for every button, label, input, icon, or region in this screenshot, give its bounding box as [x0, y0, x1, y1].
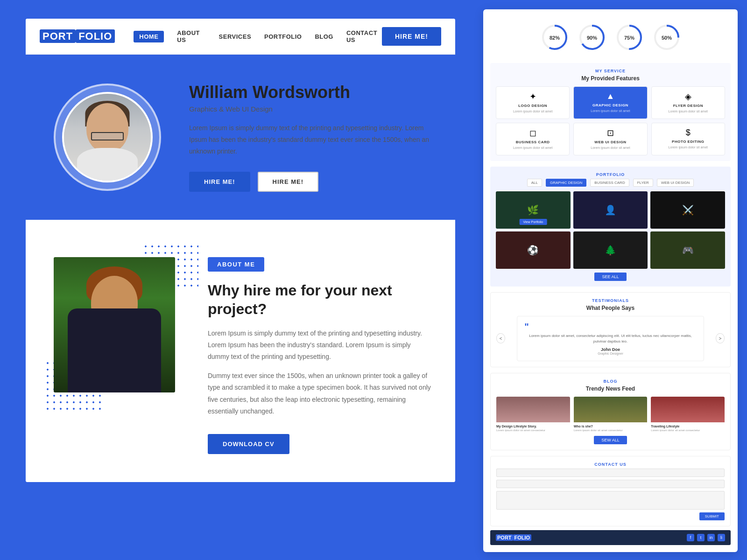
blog-desc-3: Lorem ipsum dolor sit amet consectetur — [651, 428, 725, 432]
portfolio-item-2: 👤 — [573, 191, 648, 229]
portfolio-item-3: ⚔️ — [650, 191, 725, 229]
hire-me-button-2[interactable]: HIRE ME! — [258, 172, 319, 192]
right-panel: 82% 90% 75% 50% MY SERVI — [483, 9, 738, 552]
about-section: ABOUT ME Why hire me for your next proje… — [26, 220, 455, 482]
testimonial-prev[interactable]: < — [496, 333, 505, 343]
portfolio-bg-5: 🌲 — [573, 231, 648, 269]
testimonial-text: Lorem ipsum dolor sit amet, consectetur … — [524, 333, 696, 344]
portfolio-item-1: 🌿 View Portfolio — [496, 191, 571, 229]
testimonial-box: " Lorem ipsum dolor sit amet, consectetu… — [517, 316, 704, 361]
nav-links: HOME ABOUT US SERVICES PORTFOLIO BLOG CO… — [134, 29, 382, 43]
filter-flyer[interactable]: FLYER — [633, 179, 653, 187]
portfolio-bg-3: ⚔️ — [650, 191, 725, 229]
testimonial-nav: < " Lorem ipsum dolor sit amet, consecte… — [496, 316, 725, 361]
filter-graphic[interactable]: GRAPHIC DESIGN — [546, 179, 586, 187]
linkedin-icon[interactable]: li — [718, 534, 725, 541]
hero-section: William Wordsworth Graphics & Web UI Des… — [26, 55, 455, 220]
blog-section: BLOG Trendy News Feed My Design Lifestyl… — [490, 373, 731, 450]
services-label: MY SERVICE — [496, 69, 725, 73]
contact-message-textarea[interactable] — [496, 491, 725, 510]
about-content: ABOUT ME Why hire me for your next proje… — [208, 257, 432, 454]
nav-home[interactable]: HOME — [134, 31, 164, 42]
footer-logo-part1: PORT — [496, 534, 513, 541]
blog-grid: My Design Lifestyle Story. Lorem ipsum d… — [496, 397, 725, 432]
flyer-design-name: FLYER DESIGN — [655, 104, 721, 108]
business-card-name: BUSINESS CARD — [500, 140, 565, 144]
instagram-icon[interactable]: in — [707, 534, 715, 541]
blog-desc-2: Lorem ipsum dolor sit amet consectetur — [574, 428, 648, 432]
blog-title-1: My Design Lifestyle Story. — [496, 424, 570, 428]
business-card-desc: Lorem ipsum dolor sit amet — [500, 146, 565, 150]
footer-logo: PORTFOLIO — [496, 535, 531, 540]
hero-name: William Wordsworth — [189, 83, 432, 102]
download-cv-button[interactable]: DOWNLOAD CV — [208, 434, 289, 454]
svg-text:75%: 75% — [624, 35, 634, 41]
blog-title: Trendy News Feed — [496, 385, 725, 392]
blog-title-2: Who is she? — [574, 424, 648, 428]
web-ui-name: WEB UI DESIGN — [578, 140, 643, 144]
photo-editing-icon: $ — [655, 128, 721, 138]
avatar — [54, 84, 161, 191]
skills-section: 82% 90% 75% 50% — [490, 16, 731, 54]
skill-circle-svg-4: 50% — [653, 23, 681, 51]
hire-me-button-1[interactable]: HIRE ME! — [189, 172, 250, 192]
skill-3: 75% — [615, 23, 643, 51]
testimonial-role: Graphic Designer — [524, 352, 696, 355]
web-ui-icon: ⊡ — [578, 128, 643, 138]
portfolio-item-6: 🎮 — [650, 231, 725, 269]
skill-circle-svg-3: 75% — [615, 23, 643, 51]
services-section: MY SERVICE My Provided Features ✦ LOGO D… — [490, 63, 731, 161]
facebook-icon[interactable]: f — [687, 534, 694, 541]
portfolio-bg-6: 🎮 — [650, 231, 725, 269]
about-desc-2: Dummy text ever since the 1500s, when an… — [208, 370, 432, 417]
svg-text:50%: 50% — [661, 35, 671, 41]
blog-card-3: Traveling Lifestyle Lorem ipsum dolor si… — [651, 397, 725, 432]
nav-portfolio[interactable]: PORTFOLIO — [264, 33, 302, 40]
filter-all[interactable]: ALL — [527, 179, 542, 187]
logo-part1: PORT — [40, 29, 76, 43]
view-portfolio-btn[interactable]: View Portfolio — [519, 219, 547, 225]
portfolio-filters: ALL GRAPHIC DESIGN BUSINESS CARD FLYER W… — [496, 179, 725, 187]
hire-me-nav-button[interactable]: HIRE ME! — [382, 27, 441, 46]
flyer-design-icon: ◈ — [655, 91, 721, 102]
portfolio-bg-2: 👤 — [573, 191, 648, 229]
svg-text:82%: 82% — [549, 35, 559, 41]
hero-buttons: HIRE ME! HIRE ME! — [189, 172, 432, 192]
twitter-icon[interactable]: t — [697, 534, 705, 541]
skill-1: 82% — [541, 23, 569, 51]
navigation: PORTFOLIO HOME ABOUT US SERVICES PORTFOL… — [26, 19, 455, 55]
hero-text: William Wordsworth Graphics & Web UI Des… — [189, 83, 432, 192]
service-card-logo: ✦ LOGO DESIGN Lorem ipsum dolor sit amet — [496, 86, 570, 119]
filter-business[interactable]: BUSINESS CARD — [590, 179, 629, 187]
nav-contact[interactable]: CONTACT US — [346, 29, 382, 43]
flyer-design-desc: Lorem ipsum dolor sit amet — [655, 109, 721, 114]
logo[interactable]: PORTFOLIO — [40, 30, 115, 42]
contact-email-input[interactable] — [496, 480, 725, 488]
right-footer: PORTFOLIO f t in li — [490, 530, 731, 545]
portfolio-item-4: ⚽ — [496, 231, 571, 269]
services-title: My Provided Features — [496, 75, 725, 82]
blog-img-2 — [574, 397, 648, 422]
hero-description: Lorem Ipsum is simply dummy text of the … — [189, 122, 432, 158]
service-card-web: ⊡ WEB UI DESIGN Lorem ipsum dolor sit am… — [573, 123, 647, 155]
svg-text:90%: 90% — [586, 35, 597, 41]
contact-name-input[interactable] — [496, 469, 725, 477]
footer-social: f t in li — [687, 534, 725, 541]
portfolio-label: PORTFOLIO — [496, 172, 725, 177]
nav-services[interactable]: SERVICES — [219, 33, 252, 40]
see-all-button[interactable]: SEE ALL — [594, 273, 626, 281]
nav-blog[interactable]: BLOG — [315, 33, 333, 40]
blog-see-all[interactable]: SEW ALL — [594, 436, 627, 444]
quote-mark: " — [524, 322, 696, 331]
testimonial-next[interactable]: > — [716, 333, 725, 343]
contact-label: CONTACT US — [496, 462, 725, 467]
logo-design-icon: ✦ — [500, 91, 565, 102]
graphic-design-desc: Lorem ipsum dolor sit amet — [578, 109, 643, 113]
nav-about[interactable]: ABOUT US — [177, 29, 205, 43]
contact-submit-button[interactable]: SUBMIT — [699, 512, 725, 520]
filter-web[interactable]: WEB UI DESIGN — [657, 179, 694, 187]
testimonials-section: TESTIMONIALS What People Says < " Lorem … — [490, 292, 731, 367]
photo-editing-name: PHOTO EDITING — [655, 140, 721, 144]
skill-2: 90% — [578, 23, 606, 51]
hero-subtitle: Graphics & Web UI Design — [189, 105, 432, 113]
